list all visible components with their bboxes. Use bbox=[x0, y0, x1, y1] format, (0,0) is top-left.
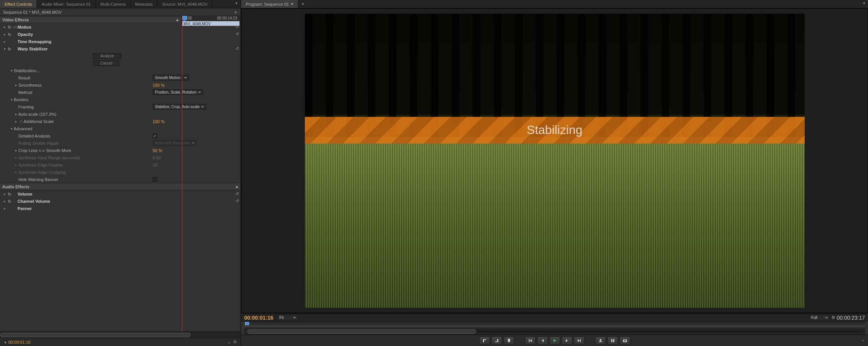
zoom-fit-dropdown[interactable]: Fit bbox=[277, 315, 298, 321]
video-background-grass bbox=[305, 137, 805, 308]
reset-icon[interactable]: ↺ bbox=[234, 46, 240, 51]
transport-controls: ＋ bbox=[241, 335, 868, 346]
fx-badge-icon[interactable]: fx bbox=[7, 25, 12, 29]
play-button[interactable] bbox=[549, 336, 560, 345]
go-to-in-button[interactable] bbox=[525, 336, 536, 345]
twirl-icon[interactable]: ▸ bbox=[14, 120, 18, 123]
panel-menu-icon[interactable]: ▾ bbox=[234, 1, 239, 5]
twirl-icon[interactable]: ▸ bbox=[2, 199, 7, 203]
playhead-icon[interactable] bbox=[245, 322, 249, 325]
effect-time-remapping[interactable]: ▸ Time Remapping bbox=[0, 38, 240, 45]
cancel-button[interactable]: Cancel bbox=[93, 60, 119, 66]
effect-opacity[interactable]: ▸ fx Opacity ↺ bbox=[0, 31, 240, 38]
audio-channel-volume[interactable]: ▸ fx Channel Volume ↺ bbox=[0, 197, 240, 205]
fx-badge-icon[interactable]: fx bbox=[7, 199, 12, 204]
go-to-out-button[interactable] bbox=[574, 336, 585, 345]
warp-smoothness: ▸ Smoothness 100 % bbox=[0, 81, 240, 89]
effect-warp-stabilizer[interactable]: ▾ fx Warp Stabilizer ↺ bbox=[0, 45, 240, 52]
analyze-button[interactable]: Analyze bbox=[93, 53, 121, 59]
smoothness-value[interactable]: 100 % bbox=[153, 83, 164, 87]
collapse-icon[interactable]: ▴ bbox=[236, 184, 238, 189]
button-editor-icon[interactable]: ＋ bbox=[861, 338, 865, 343]
lift-button[interactable] bbox=[595, 336, 606, 345]
work-area-bar[interactable] bbox=[244, 325, 865, 327]
detailed-analysis-checkbox[interactable] bbox=[153, 134, 157, 138]
twirl-icon[interactable]: ▸ bbox=[2, 192, 7, 196]
resolution-dropdown[interactable]: Full bbox=[809, 315, 830, 321]
current-timecode[interactable]: 00:00:01:16 bbox=[8, 340, 31, 344]
tab-multi-camera[interactable]: Multi-Camera bbox=[96, 0, 130, 8]
hide-warning-checkbox[interactable] bbox=[153, 177, 157, 182]
audio-panner[interactable]: ▸ Panner bbox=[0, 205, 240, 212]
playhead-timecode[interactable]: 00:00:01:16 bbox=[244, 315, 273, 321]
twirl-icon[interactable]: ▾ bbox=[9, 127, 14, 131]
reset-icon[interactable]: ↺ bbox=[234, 32, 240, 37]
program-time-ruler[interactable] bbox=[244, 322, 865, 328]
twirl-icon[interactable]: ▸ bbox=[2, 32, 7, 36]
navigator-scrollbar[interactable] bbox=[244, 328, 865, 335]
fx-badge-icon[interactable]: fx bbox=[7, 47, 12, 51]
tab-audio-mixer[interactable]: Audio Mixer: Sequence 01 bbox=[37, 0, 96, 8]
panel-menu-icon[interactable]: ▾ bbox=[862, 1, 866, 5]
twirl-icon[interactable]: ▸ bbox=[14, 83, 18, 87]
tab-source[interactable]: Source: MVI_4048.MOV bbox=[158, 0, 213, 8]
timecode-indicator-icon[interactable]: ● bbox=[2, 340, 8, 344]
video-effects-header[interactable]: Video Effects ▴ bbox=[0, 16, 181, 23]
rolling-shutter-dropdown: Automatic Reduction bbox=[153, 140, 196, 146]
wrench-icon[interactable]: ⚙ bbox=[232, 340, 238, 344]
warp-synth-edge-feather: ▸ Synthesis Edge Feather 10 bbox=[0, 161, 240, 168]
warp-stabilization-group[interactable]: ▾ Stabilization... bbox=[0, 67, 240, 74]
warp-advanced-group[interactable]: ▾ Advanced bbox=[0, 125, 240, 132]
twirl-icon[interactable]: ▾ bbox=[9, 69, 14, 73]
add-marker-button[interactable] bbox=[504, 336, 514, 345]
crop-less-value[interactable]: 50 % bbox=[153, 148, 162, 153]
warp-borders-group[interactable]: ▾ Borders bbox=[0, 96, 240, 103]
twirl-icon[interactable]: ▾ bbox=[2, 47, 7, 51]
warp-analyze-row: Analyze bbox=[0, 52, 240, 60]
additional-scale-value[interactable]: 100 % bbox=[153, 119, 164, 124]
step-back-button[interactable] bbox=[537, 336, 548, 345]
zoom-tool-icon[interactable]: ⌕ bbox=[226, 340, 232, 344]
twirl-icon[interactable]: ▸ bbox=[14, 112, 18, 116]
tab-effect-controls[interactable]: Effect Controls bbox=[0, 0, 37, 8]
twirl-icon: ▸ bbox=[14, 163, 18, 167]
mark-in-button[interactable] bbox=[479, 336, 490, 345]
sequence-dropdown-icon[interactable]: ▾ bbox=[291, 2, 293, 6]
twirl-icon[interactable]: ▸ bbox=[2, 25, 7, 29]
video-monitor[interactable]: Stabilizing bbox=[241, 8, 868, 313]
close-tab-icon[interactable]: ▾ bbox=[301, 2, 305, 6]
fx-badge-icon[interactable]: fx bbox=[7, 32, 12, 37]
navigator-thumb[interactable] bbox=[247, 329, 476, 334]
audio-effects-header[interactable]: Audio Effects ▴ bbox=[0, 183, 240, 190]
reset-icon[interactable]: ↺ bbox=[234, 199, 240, 204]
effect-timeline-scrollbar[interactable] bbox=[0, 331, 240, 338]
tab-metadata[interactable]: Metadata bbox=[130, 0, 158, 8]
transform-icon[interactable]: ▭ bbox=[12, 24, 18, 29]
tab-program[interactable]: Program: Sequence 01 ▾ bbox=[241, 0, 298, 8]
mark-out-button[interactable] bbox=[491, 336, 502, 345]
extract-button[interactable] bbox=[607, 336, 618, 345]
twirl-icon[interactable]: ▾ bbox=[9, 98, 14, 102]
twirl-icon[interactable]: ▸ bbox=[2, 207, 7, 210]
step-forward-button[interactable] bbox=[562, 336, 572, 345]
audio-volume[interactable]: ▸ fx Volume ↺ bbox=[0, 190, 240, 197]
timeline-clip[interactable]: MVI_4048.MOV bbox=[182, 21, 240, 26]
playhead-line[interactable] bbox=[182, 16, 182, 331]
synth-input-value: 0.50 bbox=[153, 155, 161, 160]
collapse-icon[interactable]: ▴ bbox=[176, 17, 179, 22]
playhead-jump-icon[interactable]: ▸ bbox=[235, 10, 237, 15]
method-dropdown[interactable]: Position, Scale, Rotation bbox=[153, 89, 203, 95]
twirl-icon[interactable]: ▸ bbox=[2, 40, 7, 44]
video-canvas: Stabilizing bbox=[305, 14, 805, 308]
fx-badge-icon[interactable]: fx bbox=[7, 192, 12, 196]
framing-dropdown[interactable]: Stabilize, Crop, Auto-scale bbox=[153, 104, 206, 110]
timeline-playhead-icon[interactable] bbox=[182, 16, 187, 21]
reset-icon[interactable]: ↺ bbox=[234, 191, 240, 196]
synth-edge-value: 10 bbox=[153, 163, 157, 167]
scrollbar-thumb[interactable] bbox=[0, 333, 191, 337]
export-frame-button[interactable] bbox=[620, 336, 630, 345]
settings-icon[interactable]: ⚙ bbox=[831, 315, 835, 320]
keyframe-icon[interactable]: ◇ bbox=[18, 119, 24, 124]
result-dropdown[interactable]: Smooth Motion bbox=[153, 75, 189, 81]
twirl-icon[interactable]: ▸ bbox=[14, 149, 18, 152]
